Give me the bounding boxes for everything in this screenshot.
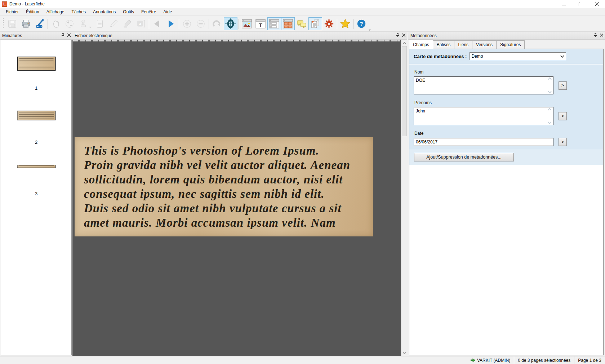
add-remove-metadata-button[interactable]: Ajout/Suppression de metadonnées... [414, 153, 514, 161]
pin-icon[interactable] [396, 33, 399, 38]
zoom-tool-button[interactable] [63, 17, 76, 30]
thumbnails-panel-toggle[interactable] [281, 17, 295, 30]
date-field[interactable]: 06/06/2017 [414, 138, 553, 146]
toolbar-separator [353, 19, 353, 29]
scrollbar-thumb[interactable] [402, 46, 407, 136]
help-icon: ? [356, 19, 366, 29]
stamp-tool-button[interactable] [76, 17, 93, 30]
annotations-icon [296, 18, 307, 29]
zoom-out-button[interactable] [194, 17, 208, 30]
nom-field[interactable]: DOE [414, 76, 553, 94]
text-panel-toggle[interactable]: T [254, 17, 267, 30]
metadata-template-select[interactable]: Demo [470, 52, 566, 60]
field-spinner[interactable] [547, 108, 552, 124]
print-button[interactable] [19, 17, 33, 30]
pan-tool-button[interactable] [49, 17, 63, 30]
viewer-vertical-scrollbar[interactable] [401, 40, 407, 356]
menu-taches[interactable]: Tâches [68, 8, 89, 15]
menu-fichier[interactable]: Fichier [2, 8, 22, 15]
close-panel-icon[interactable] [600, 34, 603, 37]
restore-button[interactable] [572, 0, 588, 8]
viewer-panel-header: Fichier électronique [72, 32, 407, 40]
pen-tool-button[interactable] [107, 17, 120, 30]
refresh-icon [212, 19, 222, 29]
toolbar: a T ? [0, 16, 605, 32]
application-window: L Demo - Laserfiche Fichier Édition Affi… [0, 0, 605, 364]
tab-balises[interactable]: Balises [433, 40, 455, 49]
page-1-number: 1 [1, 85, 71, 91]
highlighter-tool-button[interactable] [120, 17, 134, 30]
menu-outils[interactable]: Outils [119, 8, 138, 15]
menu-affichage[interactable]: Affichage [43, 8, 68, 15]
document-text-line: This is Photoshop's version of Lorem Ips… [84, 143, 373, 158]
page-3-thumbnail[interactable] [17, 165, 55, 168]
date-expand-button[interactable]: > [559, 138, 567, 146]
document-viewer-panel: Fichier électronique This is Photoshop's… [72, 32, 407, 356]
refresh-button[interactable] [210, 17, 224, 30]
status-user: VARKIT (ADMIN) [477, 358, 510, 363]
tab-signatures[interactable]: Signatures [496, 40, 525, 49]
summary-panel-toggle[interactable] [308, 17, 322, 30]
prenoms-expand-button[interactable]: > [559, 112, 567, 120]
prenoms-field[interactable]: John [414, 107, 553, 125]
svg-text:a: a [139, 21, 141, 26]
page-2-thumbnail[interactable] [17, 111, 55, 120]
save-button[interactable] [5, 17, 19, 30]
scroll-down-arrow[interactable] [401, 350, 407, 356]
scanner-icon [35, 19, 45, 29]
page-1-thumbnail[interactable] [17, 57, 55, 71]
image-panel-toggle[interactable] [240, 17, 254, 30]
note-icon [95, 19, 105, 29]
thumbnails-panel-header: Miniatures [0, 32, 72, 40]
menu-aide[interactable]: Aide [160, 8, 175, 15]
tab-champs[interactable]: Champs [409, 40, 433, 49]
close-panel-icon[interactable] [67, 34, 71, 37]
previous-page-button[interactable] [150, 17, 164, 30]
note-tool-button[interactable] [93, 17, 107, 30]
next-page-button[interactable] [164, 17, 178, 30]
status-user-cell: VARKIT (ADMIN) [467, 356, 514, 364]
tab-liens[interactable]: Liens [454, 40, 472, 49]
toolbar-separator [239, 19, 239, 29]
menu-annotations[interactable]: Annotations [89, 8, 119, 15]
annotations-panel-toggle[interactable] [295, 17, 308, 30]
nom-expand-button[interactable]: > [559, 81, 567, 90]
toolbar-grip[interactable] [2, 18, 4, 29]
options-button[interactable] [322, 17, 336, 30]
chevron-down-icon [560, 54, 564, 59]
zoom-in-button[interactable] [180, 17, 194, 30]
pin-icon[interactable] [61, 33, 64, 38]
add-remove-strip: Ajout/Suppression de metadonnées... [409, 150, 603, 165]
stamp-dropdown-caret[interactable] [89, 27, 91, 28]
template-selected-value: Demo [471, 54, 483, 59]
spinner-up-icon [548, 108, 552, 111]
help-button[interactable]: ? [355, 17, 368, 30]
close-panel-icon[interactable] [402, 34, 405, 37]
favorites-button[interactable] [338, 17, 352, 30]
pin-icon[interactable] [594, 33, 597, 38]
document-text-line: consequat ipsum, nec sagittis sem nibh i… [84, 187, 373, 201]
page-2-number: 2 [1, 139, 71, 145]
image-panel-icon [241, 18, 252, 29]
minimize-icon [562, 2, 566, 6]
text-tool-button[interactable]: a [134, 17, 148, 30]
nom-field-value: DOE [416, 78, 425, 83]
field-spinner[interactable] [547, 77, 552, 93]
status-page: Page 1 de 3 [578, 358, 601, 363]
close-button[interactable] [588, 0, 605, 8]
scan-button[interactable] [33, 17, 46, 30]
tab-versions[interactable]: Versions [472, 40, 497, 49]
minimize-button[interactable] [555, 0, 572, 8]
field-label-date: Date [414, 131, 603, 136]
menu-fenetre[interactable]: Fenêtre [138, 8, 160, 15]
document-page-image[interactable]: This is Photoshop's version of Lorem Ips… [75, 137, 373, 236]
scroll-up-arrow[interactable] [401, 40, 407, 46]
toolbar-overflow-caret[interactable] [369, 30, 371, 31]
document-canvas[interactable]: This is Photoshop's version of Lorem Ips… [72, 40, 401, 356]
fit-page-button[interactable] [224, 17, 237, 30]
pen-icon [108, 19, 119, 29]
document-text-line: Proin gravida nibh vel velit auctor aliq… [84, 158, 373, 172]
menu-edition[interactable]: Édition [22, 8, 43, 15]
previous-page-icon [154, 20, 161, 28]
fields-panel-toggle[interactable] [267, 17, 281, 30]
